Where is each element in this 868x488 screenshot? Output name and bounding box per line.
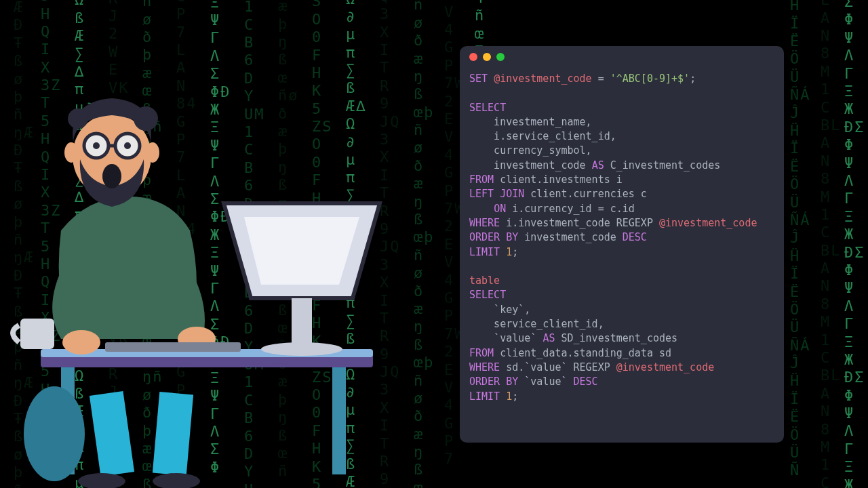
svg-point-17 [68, 108, 88, 129]
column: `value` [469, 332, 542, 344]
svg-point-24 [64, 142, 78, 163]
close-icon[interactable] [469, 53, 477, 61]
keyword-from: FROM [469, 174, 494, 186]
keyword-where: WHERE [469, 361, 500, 373]
window-titlebar [460, 46, 784, 68]
column: investment_code [469, 159, 592, 171]
keyword-orderby: ORDER BY [469, 231, 518, 243]
variable: @investment_code [494, 73, 592, 85]
keyword-set: SET [469, 73, 488, 85]
keyword-from: FROM [469, 347, 494, 359]
svg-point-22 [124, 142, 131, 149]
svg-rect-13 [292, 298, 312, 346]
keyword-orderby: ORDER BY [469, 375, 518, 388]
maximize-icon[interactable] [496, 53, 505, 61]
keyword-join: JOIN [500, 188, 524, 200]
keyword-limit: LIMIT [469, 390, 506, 403]
keyword-select: SELECT [469, 289, 506, 301]
svg-rect-1 [332, 366, 346, 474]
svg-rect-12 [105, 342, 241, 352]
svg-point-8 [153, 473, 200, 488]
keyword-where: WHERE [469, 217, 500, 229]
column: `key`, [469, 304, 530, 316]
svg-point-7 [78, 473, 125, 488]
programmer-illustration [0, 95, 407, 488]
svg-point-25 [146, 142, 159, 163]
svg-point-4 [24, 386, 85, 481]
sql-code-content: SET @investment_code = '^ABC[0-9]+$'; SE… [460, 68, 784, 413]
column: investment_name, [469, 116, 592, 128]
keyword-limit: LIMIT [469, 246, 506, 258]
svg-point-9 [62, 330, 100, 354]
svg-point-14 [261, 342, 342, 356]
minimize-icon[interactable] [483, 53, 491, 61]
svg-point-23 [102, 164, 121, 188]
column: service_client_id, [469, 318, 604, 330]
string-literal: '^ABC[0-9]+$' [610, 73, 690, 85]
svg-point-21 [93, 142, 100, 149]
svg-rect-11 [20, 319, 54, 349]
column: currency_symbol, [469, 144, 592, 157]
identifier-table: table [469, 274, 500, 287]
svg-point-16 [134, 106, 158, 131]
svg-rect-6 [153, 392, 193, 476]
svg-rect-5 [90, 391, 134, 476]
keyword-select: SELECT [469, 102, 506, 114]
code-editor-window: SET @investment_code = '^ABC[0-9]+$'; SE… [460, 46, 784, 443]
column: i.service_client_id, [469, 130, 616, 142]
